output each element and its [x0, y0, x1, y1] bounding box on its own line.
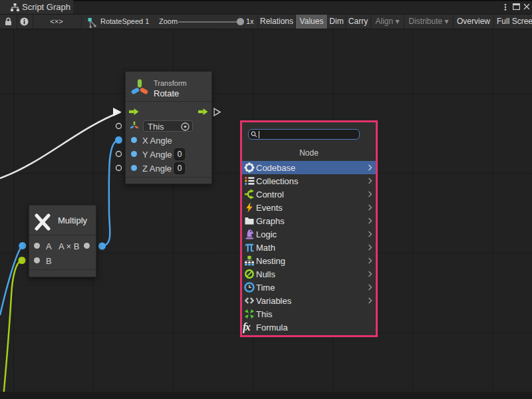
svg-text:fx: fx [243, 321, 251, 333]
